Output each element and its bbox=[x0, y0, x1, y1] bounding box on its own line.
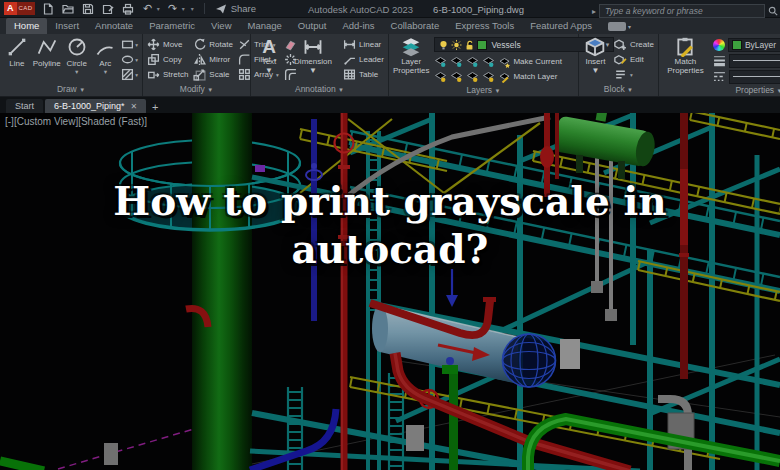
chevron-down-icon: ▼ bbox=[103, 69, 108, 75]
table-button[interactable]: Table bbox=[343, 67, 384, 82]
panel-block: Insert ▼ Create Edit ▾ Block ▼ bbox=[579, 34, 659, 96]
copy-button[interactable]: Copy bbox=[147, 52, 188, 67]
lineweight-row: ByLayer bbox=[713, 53, 780, 68]
layer-color-swatch[interactable] bbox=[477, 40, 487, 50]
dimension-button[interactable]: Dimension ▼ bbox=[289, 37, 337, 75]
close-icon[interactable]: ✕ bbox=[131, 102, 138, 111]
lineweight-icon bbox=[713, 54, 726, 67]
ribbon: Line Polyline Circle▼ Arc▼ ▾ ▾ ▾ Draw ▼ … bbox=[0, 34, 780, 97]
panel-label-modify[interactable]: Modify ▼ bbox=[143, 83, 250, 96]
new-drawing-tab-button[interactable]: + bbox=[148, 100, 162, 113]
viewport-controls[interactable]: [-][Custom View][Shaded (Fast)] bbox=[5, 116, 147, 127]
tab-view[interactable]: View bbox=[203, 18, 239, 34]
stretch-button[interactable]: Stretch bbox=[147, 67, 188, 82]
save-as-icon[interactable] bbox=[101, 2, 115, 16]
search-box bbox=[599, 4, 765, 18]
title-line-1: How to print grayscale in bbox=[0, 177, 780, 225]
tab-insert[interactable]: Insert bbox=[47, 18, 87, 34]
panel-properties: Match Properties ByLayer▼ ByLayer ByLaye… bbox=[659, 34, 780, 96]
layer-tool-icon[interactable] bbox=[466, 56, 479, 68]
share-button[interactable]: Share bbox=[215, 3, 256, 15]
layer-tool-icon[interactable] bbox=[450, 56, 463, 68]
block-attributes-button[interactable]: ▾ bbox=[614, 67, 654, 82]
document-tab[interactable]: 6-B-1000_Piping*✕ bbox=[45, 99, 146, 113]
layer-properties-button[interactable]: Layer Properties bbox=[393, 37, 429, 75]
chevron-down-icon: ▼ bbox=[265, 66, 273, 75]
tab-collaborate[interactable]: Collaborate bbox=[383, 18, 448, 34]
color-swatch bbox=[732, 40, 742, 50]
undo-icon[interactable]: ↶ bbox=[141, 2, 155, 16]
panel-label-block[interactable]: Block ▼ bbox=[579, 83, 658, 96]
tab-express-tools[interactable]: Express Tools bbox=[447, 18, 522, 34]
panel-label-properties[interactable]: Properties ▼ bbox=[659, 84, 780, 97]
tab-annotate[interactable]: Annotate bbox=[87, 18, 141, 34]
open-folder-icon[interactable] bbox=[61, 2, 75, 16]
tab-add-ins[interactable]: Add-ins bbox=[334, 18, 382, 34]
tab-output[interactable]: Output bbox=[290, 18, 335, 34]
tab-manage[interactable]: Manage bbox=[240, 18, 290, 34]
chevron-down-icon: ▼ bbox=[309, 66, 317, 75]
title-line-2: autocad? bbox=[0, 225, 780, 273]
search-input[interactable] bbox=[603, 5, 761, 17]
linear-button[interactable]: Linear bbox=[343, 37, 384, 52]
ribbon-display-toggle[interactable]: ▾ bbox=[608, 22, 631, 31]
circle-button[interactable]: Circle▼ bbox=[64, 37, 90, 75]
start-tab[interactable]: Start bbox=[6, 99, 43, 113]
object-color-dropdown[interactable]: ByLayer▼ bbox=[728, 38, 780, 52]
layer-tool-icon[interactable] bbox=[482, 56, 495, 68]
redo-dropdown-icon[interactable]: ▾ bbox=[182, 5, 185, 12]
redo-icon[interactable]: ↷ bbox=[166, 2, 180, 16]
bulb-icon[interactable] bbox=[438, 39, 449, 51]
tab-parametric[interactable]: Parametric bbox=[141, 18, 203, 34]
leader-button[interactable]: Leader bbox=[343, 52, 384, 67]
tab-home[interactable]: Home bbox=[6, 18, 47, 34]
3d-piping-model bbox=[0, 113, 780, 470]
save-icon[interactable] bbox=[81, 2, 95, 16]
panel-label-draw[interactable]: Draw ▼ bbox=[0, 83, 142, 96]
match-properties-button[interactable]: Match Properties bbox=[663, 37, 708, 75]
layer-tool-icon[interactable] bbox=[434, 56, 447, 68]
document-name: 6-B-1000_Piping.dwg bbox=[433, 4, 524, 15]
mirror-button[interactable]: Mirror bbox=[193, 52, 233, 67]
plot-icon[interactable] bbox=[121, 2, 135, 16]
layer-tool-icon[interactable] bbox=[434, 71, 447, 83]
autocad-logo[interactable]: ACAD bbox=[4, 2, 35, 15]
panel-label-layers[interactable]: Layers ▼ bbox=[389, 84, 578, 97]
layer-tool-icon[interactable] bbox=[466, 71, 479, 83]
unlock-icon[interactable] bbox=[464, 39, 475, 51]
search-icon[interactable] bbox=[768, 2, 778, 20]
file-tab-bar: Start 6-B-1000_Piping*✕ + bbox=[0, 97, 780, 113]
lineweight-dropdown[interactable]: ByLayer bbox=[729, 54, 780, 68]
panel-label-annotation[interactable]: Annotation ▼ bbox=[251, 83, 388, 96]
undo-dropdown-icon[interactable]: ▾ bbox=[157, 5, 160, 12]
linetype-dropdown[interactable]: ByLayer bbox=[729, 70, 780, 84]
arc-button[interactable]: Arc▼ bbox=[92, 37, 118, 75]
layer-tool-icon[interactable] bbox=[482, 71, 495, 83]
color-wheel-icon[interactable] bbox=[713, 39, 725, 51]
line-button[interactable]: Line bbox=[4, 37, 30, 68]
insert-block-button[interactable]: Insert ▼ bbox=[583, 37, 608, 75]
scale-button[interactable]: Scale bbox=[193, 67, 233, 82]
qat-customize-icon[interactable]: ▾ bbox=[191, 5, 194, 12]
edit-block-button[interactable]: Edit bbox=[614, 52, 654, 67]
text-button[interactable]: A Text ▼ bbox=[255, 37, 283, 75]
match-layer-button[interactable]: Match Layer bbox=[498, 71, 557, 83]
create-block-button[interactable]: Create bbox=[614, 37, 654, 52]
rectangle-button[interactable]: ▾ bbox=[121, 38, 138, 51]
new-file-icon[interactable] bbox=[41, 2, 55, 16]
sun-icon[interactable] bbox=[451, 39, 462, 51]
dark-overlay bbox=[0, 113, 780, 470]
ellipse-button[interactable]: ▾ bbox=[121, 53, 138, 66]
rotate-button[interactable]: Rotate bbox=[193, 37, 233, 52]
window-title: Autodesk AutoCAD 2023 6-B-1000_Piping.dw… bbox=[308, 0, 524, 18]
drawing-canvas[interactable]: [-][Custom View][Shaded (Fast)] How to p… bbox=[0, 113, 780, 470]
hatch-button[interactable]: ▾ bbox=[121, 68, 138, 81]
move-button[interactable]: Move bbox=[147, 37, 188, 52]
share-plane-icon bbox=[215, 3, 227, 15]
layer-tool-icon[interactable] bbox=[450, 71, 463, 83]
make-current-button[interactable]: Make Current bbox=[498, 56, 561, 68]
tab-featured-apps[interactable]: Featured Apps bbox=[522, 18, 600, 34]
polyline-button[interactable]: Polyline bbox=[33, 37, 61, 68]
infocenter-collapse-icon[interactable]: ▸ bbox=[592, 7, 596, 16]
object-color-row: ByLayer▼ bbox=[713, 37, 780, 52]
